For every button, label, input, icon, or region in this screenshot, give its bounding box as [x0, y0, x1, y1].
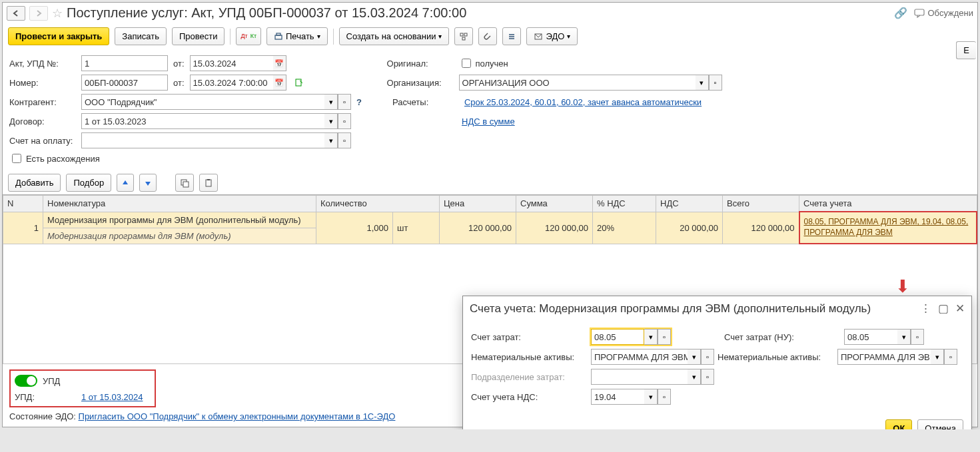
cell-name2[interactable]: Модернизация программы для ЭВМ (модуль) [43, 228, 316, 244]
struct-button[interactable] [454, 27, 473, 45]
dept-input[interactable]: ▾ ▫ [591, 369, 714, 385]
open-icon[interactable]: ▫ [911, 329, 924, 345]
upd-toggle[interactable] [15, 375, 37, 387]
dropdown-icon[interactable]: ▾ [696, 75, 709, 91]
vat-acc-input[interactable]: 19.04 ▾ ▫ [591, 389, 671, 405]
calendar-icon[interactable]: 📅 [273, 55, 286, 71]
table-row[interactable]: 1 Модернизация программы для ЭВМ (дополн… [3, 212, 977, 228]
open-icon[interactable]: ▫ [658, 329, 671, 345]
number-input[interactable]: 00БП-000037 [81, 75, 168, 91]
col-nomenclature[interactable]: Номенклатура [43, 196, 316, 212]
cell-vat-pct[interactable]: 20% [593, 212, 656, 244]
open-icon[interactable]: ▫ [701, 369, 714, 385]
open-icon[interactable]: ▫ [338, 113, 351, 129]
discrepancy-checkbox[interactable]: Есть расхождения [9, 152, 100, 165]
add-row-button[interactable]: Добавить [8, 174, 61, 192]
cell-sum[interactable]: 120 000,00 [516, 212, 593, 244]
nma2-input[interactable]: ПРОГРАММА ДЛЯ ЭВІ ▾ ▫ [837, 349, 957, 365]
number-date-input[interactable]: 15.03.2024 7:00:00 📅 [190, 75, 286, 91]
contract-input[interactable]: 1 от 15.03.2023 ▾ ▫ [81, 113, 351, 129]
list-button[interactable] [502, 27, 521, 45]
vat-mode-link[interactable]: НДС в сумме [462, 116, 515, 126]
vat-acc-label: Счет учета НДС: [471, 392, 584, 402]
save-button[interactable]: Записать [115, 27, 167, 45]
col-qty[interactable]: Количество [316, 196, 440, 212]
col-sum[interactable]: Сумма [516, 196, 593, 212]
akt-number-input[interactable]: 1 [81, 55, 168, 71]
open-icon[interactable]: ▫ [658, 389, 671, 405]
cell-vat[interactable]: 20 000,00 [656, 212, 723, 244]
copy-button[interactable] [175, 174, 194, 192]
col-price[interactable]: Цена [440, 196, 516, 212]
move-down-button[interactable] [139, 174, 157, 192]
help-icon[interactable]: ? [356, 97, 362, 107]
cell-accounts[interactable]: 08.05, ПРОГРАММА ДЛЯ ЭВМ, 19.04, 08.05, … [799, 212, 977, 244]
col-accounts[interactable]: Счета учета [799, 196, 977, 212]
received-checkbox[interactable]: получен [459, 57, 508, 70]
link-icon[interactable]: 🔗 [894, 7, 907, 19]
cancel-button[interactable]: Отмена [917, 419, 963, 429]
open-icon[interactable]: ▫ [709, 75, 722, 91]
dropdown-icon[interactable]: ▾ [324, 132, 338, 148]
edit-date-button[interactable] [292, 75, 306, 91]
counterparty-input[interactable]: ООО "Подрядчик" ▾ ▫ [81, 94, 351, 110]
dropdown-icon[interactable]: ▾ [324, 94, 338, 110]
upd-link[interactable]: 1 от 15.03.2024 [81, 392, 143, 402]
dropdown-icon[interactable]: ▾ [324, 113, 338, 129]
dropdown-icon[interactable]: ▾ [644, 329, 658, 345]
cell-total[interactable]: 120 000,00 [723, 212, 799, 244]
open-icon[interactable]: ▫ [944, 349, 957, 365]
ok-button[interactable]: ОК [885, 419, 912, 429]
akt-date-input[interactable]: 15.03.2024 📅 [190, 55, 286, 71]
cell-name[interactable]: Модернизация программы для ЭВМ (дополнит… [43, 212, 316, 228]
cost-acc-nu-input[interactable]: 08.05 ▾ ▫ [844, 329, 924, 345]
open-icon[interactable]: ▫ [338, 94, 351, 110]
col-total[interactable]: Всего [723, 196, 799, 212]
dropdown-icon[interactable]: ▾ [897, 329, 911, 345]
nav-forward-button[interactable] [29, 6, 48, 21]
dropdown-icon[interactable]: ▾ [688, 349, 701, 365]
svg-rect-12 [183, 182, 189, 187]
nma-input[interactable]: ПРОГРАММА ДЛЯ ЭВМ ▾ ▫ [591, 349, 714, 365]
org-input[interactable]: ОРГАНИЗАЦИЯ ООО ▾ ▫ [459, 75, 722, 91]
close-icon[interactable]: ✕ [955, 302, 965, 316]
attach-button[interactable] [478, 27, 497, 45]
number-label: Номер: [9, 78, 76, 88]
move-up-button[interactable] [117, 174, 134, 192]
accounts-link[interactable]: 08.05, ПРОГРАММА ДЛЯ ЭВМ, 19.04, 08.05, … [804, 217, 973, 238]
dt-kt-button[interactable]: ДтКт [236, 27, 261, 45]
print-button[interactable]: Печать ▾ [266, 27, 328, 45]
calc-link[interactable]: Срок 25.03.2024, 60.01, 60.02, зачет ава… [464, 97, 702, 107]
open-icon[interactable]: ▫ [701, 349, 714, 365]
edo-invite-link[interactable]: Пригласить ООО "Подрядчик" к обмену элек… [79, 411, 396, 421]
form-area: Акт, УПД №: 1 от: 15.03.2024 📅 Оригинал:… [3, 49, 977, 171]
cell-qty[interactable]: 1,000 [316, 212, 393, 244]
calendar-icon[interactable]: 📅 [273, 75, 286, 91]
post-and-close-button[interactable]: Провести и закрыть [8, 27, 109, 45]
favorite-icon[interactable]: ☆ [52, 6, 63, 21]
more-button[interactable]: Е [956, 41, 976, 59]
cost-acc-input[interactable]: 08.05 ▾ ▫ [591, 329, 671, 345]
maximize-icon[interactable]: ▢ [938, 302, 949, 316]
dept-label: Подразделение затрат: [471, 372, 584, 382]
invoice-input[interactable]: ▾ ▫ [81, 132, 351, 148]
dropdown-icon[interactable]: ▾ [644, 389, 658, 405]
select-button[interactable]: Подбор [66, 174, 111, 192]
col-n[interactable]: N [3, 196, 43, 212]
dropdown-icon[interactable]: ▾ [931, 349, 944, 365]
nav-back-button[interactable] [7, 6, 25, 21]
cell-unit[interactable]: шт [393, 212, 440, 244]
col-vat-pct[interactable]: % НДС [593, 196, 656, 212]
paste-button[interactable] [199, 174, 218, 192]
cell-price[interactable]: 120 000,00 [440, 212, 516, 244]
akt-label: Акт, УПД №: [9, 59, 76, 69]
discuss-icon[interactable]: Обсуждени [914, 8, 973, 18]
open-icon[interactable]: ▫ [338, 132, 351, 148]
post-button[interactable]: Провести [172, 27, 225, 45]
dropdown-icon[interactable]: ▾ [688, 369, 701, 385]
edo-button[interactable]: ЭДО ▾ [526, 27, 578, 45]
col-vat[interactable]: НДС [656, 196, 723, 212]
more-icon[interactable]: ⋮ [920, 302, 931, 316]
create-based-button[interactable]: Создать на основании ▾ [339, 27, 450, 45]
popup-body: Счет затрат: 08.05 ▾ ▫ Счет затрат (НУ):… [463, 321, 971, 413]
